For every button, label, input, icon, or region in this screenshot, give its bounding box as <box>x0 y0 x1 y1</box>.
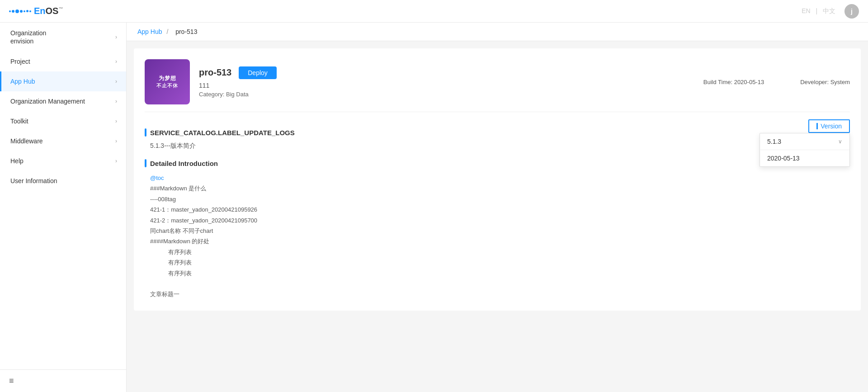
sidebar-item-middleware[interactable]: Middleware › <box>0 131 126 151</box>
app-icon: 为梦想 不止不休 <box>145 59 190 104</box>
detailed-intro-section: Detailed Introduction <box>145 159 732 167</box>
menu-icon: ≡ <box>9 376 14 385</box>
logo-dots <box>9 9 31 13</box>
intro-line-5: 同chart名称 不同子chart <box>150 227 213 234</box>
app-name-row: pro-513 Deploy <box>199 66 694 79</box>
sidebar-item-app-hub[interactable]: App Hub › <box>0 71 126 91</box>
app-desc: 111 <box>199 82 694 89</box>
app-meta: Build Time: 2020-05-13 Developer: System <box>703 79 850 85</box>
sidebar-item-project[interactable]: Project › <box>0 52 126 71</box>
chevron-down-icon: ∨ <box>838 138 842 145</box>
lang-separator: | <box>816 7 817 14</box>
lang-zh[interactable]: 中文 <box>823 7 835 14</box>
logo-text: EnOS™ <box>34 6 63 16</box>
build-time: Build Time: 2020-05-13 <box>703 79 764 85</box>
intro-line-1: ###Markdown 是什么 <box>150 185 206 192</box>
version-container: Version 5.1.3 ∨ 2020-05-13 <box>808 119 850 133</box>
breadcrumb-current: pro-513 <box>175 28 197 35</box>
left-col: SERVICE_CATALOG.LABEL_UPDATE_LOGS 5.1.3-… <box>145 119 732 300</box>
version-area: Version 5.1.3 ∨ 2020-05-13 <box>741 119 850 133</box>
developer: Developer: System <box>800 79 850 85</box>
intro-indent-1: 有序列表 <box>168 247 732 257</box>
dot <box>15 9 19 13</box>
right-col: Version 5.1.3 ∨ 2020-05-13 <box>741 119 850 300</box>
version-dropdown-date: 2020-05-13 <box>760 150 849 166</box>
intro-line-3: 421-1：master_yadon_20200421095926 <box>150 206 257 213</box>
update-log-text: 5.1.3---版本简介 <box>150 142 732 150</box>
section-bar <box>145 159 146 167</box>
version-number: 5.1.3 <box>767 138 781 145</box>
app-detail-upper: SERVICE_CATALOG.LABEL_UPDATE_LOGS 5.1.3-… <box>145 119 850 300</box>
version-button[interactable]: Version <box>808 119 850 133</box>
avatar[interactable]: j <box>844 4 859 19</box>
sidebar-label-help: Help <box>10 157 24 165</box>
header: EnOS™ EN | 中文 j <box>0 0 868 23</box>
lang-en[interactable]: EN <box>802 7 810 14</box>
logo: EnOS™ <box>9 6 63 16</box>
section-bar <box>145 128 146 137</box>
sidebar-label-org-envision: Organizationenvision <box>10 29 46 45</box>
app-name: pro-513 <box>199 67 231 78</box>
app-icon-text: 为梦想 不止不休 <box>154 72 181 92</box>
dot <box>26 10 28 12</box>
version-btn-label: Version <box>821 123 842 130</box>
chevron-right-icon: › <box>115 138 117 144</box>
chevron-right-icon: › <box>115 78 117 85</box>
toc-link[interactable]: @toc <box>150 175 164 181</box>
app-category: Category: Big Data <box>199 91 694 98</box>
deploy-button[interactable]: Deploy <box>239 66 277 79</box>
version-dropdown: 5.1.3 ∨ 2020-05-13 <box>760 133 850 167</box>
sidebar-label-app-hub: App Hub <box>10 78 35 85</box>
version-bar-icon <box>816 123 818 129</box>
dot <box>24 10 25 12</box>
version-date: 2020-05-13 <box>767 155 800 162</box>
chevron-right-icon: › <box>115 158 117 164</box>
sidebar-item-help[interactable]: Help › <box>0 151 126 171</box>
intro-line-4: 421-2：master_yadon_20200421095700 <box>150 217 257 224</box>
sidebar-label-project: Project <box>10 58 30 65</box>
main-content: App Hub / pro-513 为梦想 不止不休 pro-513 Deplo… <box>127 23 868 392</box>
breadcrumb: App Hub / pro-513 <box>127 23 868 41</box>
chevron-right-icon: › <box>115 34 117 40</box>
sidebar-label-user-info: User Information <box>10 177 57 184</box>
breadcrumb-separator: / <box>166 28 168 35</box>
intro-content: @toc ###Markdown 是什么 ----008tag 421-1：ma… <box>150 173 732 300</box>
dot <box>20 10 23 13</box>
layout: Organizationenvision › Project › App Hub… <box>0 23 868 392</box>
version-dropdown-number[interactable]: 5.1.3 ∨ <box>760 133 849 150</box>
sidebar-item-org-envision[interactable]: Organizationenvision › <box>0 23 126 52</box>
sidebar-item-toolkit[interactable]: Toolkit › <box>0 111 126 131</box>
header-right: EN | 中文 j <box>800 4 859 19</box>
update-logs-section: SERVICE_CATALOG.LABEL_UPDATE_LOGS <box>145 128 732 137</box>
intro-indent-3: 有序列表 <box>168 268 732 279</box>
sidebar-nav: Organizationenvision › Project › App Hub… <box>0 23 126 369</box>
update-logs-label: SERVICE_CATALOG.LABEL_UPDATE_LOGS <box>150 129 295 137</box>
intro-line-7: 文章标题一 <box>150 291 179 298</box>
sidebar-footer-toggle[interactable]: ≡ <box>0 369 126 392</box>
sidebar-item-user-info[interactable]: User Information <box>0 171 126 191</box>
sidebar-item-org-management[interactable]: Organization Management › <box>0 91 126 111</box>
chevron-right-icon: › <box>115 118 117 124</box>
sidebar-label-org-management: Organization Management <box>10 98 85 105</box>
intro-line-6: ####Markdown 的好处 <box>150 238 210 245</box>
breadcrumb-home[interactable]: App Hub <box>137 28 162 35</box>
chevron-right-icon: › <box>115 58 117 65</box>
chevron-right-icon: › <box>115 98 117 104</box>
sidebar-label-toolkit: Toolkit <box>10 118 28 125</box>
intro-line-2: ----008tag <box>150 196 176 203</box>
intro-indent-2: 有序列表 <box>168 257 732 268</box>
lang-switch[interactable]: EN | 中文 <box>800 7 837 15</box>
app-header-row: 为梦想 不止不休 pro-513 Deploy 111 Category: Bi… <box>145 59 850 104</box>
sidebar: Organizationenvision › Project › App Hub… <box>0 23 127 392</box>
app-info: pro-513 Deploy 111 Category: Big Data <box>199 66 694 98</box>
dot <box>29 10 31 12</box>
detailed-intro-label: Detailed Introduction <box>150 160 218 167</box>
dot <box>12 10 14 13</box>
sidebar-label-middleware: Middleware <box>10 137 43 145</box>
app-detail: 为梦想 不止不休 pro-513 Deploy 111 Category: Bi… <box>134 48 861 311</box>
dot <box>9 10 11 12</box>
